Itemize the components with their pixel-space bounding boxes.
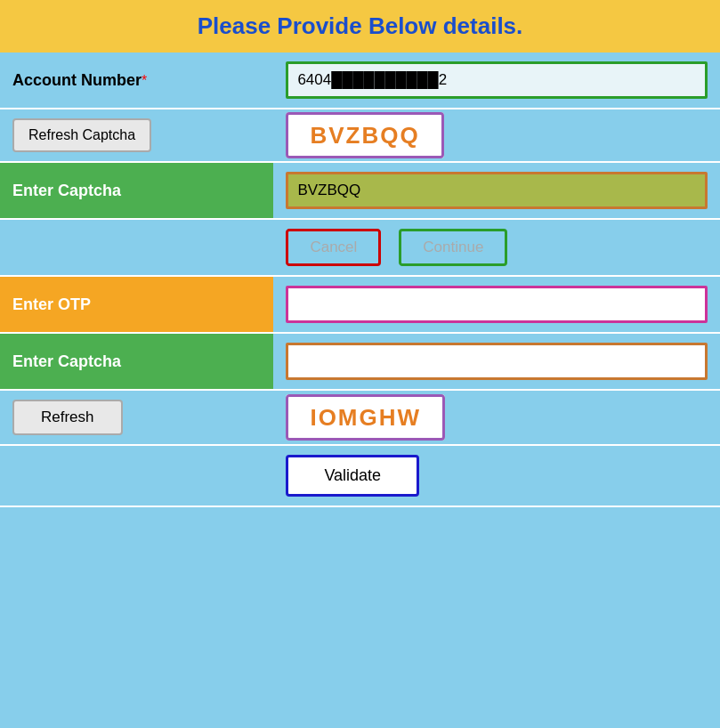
refresh-row: Refresh IOMGHW [0, 390, 720, 445]
refresh-captcha-cell: Refresh Captcha [0, 109, 273, 162]
required-indicator: * [142, 73, 147, 88]
enter-captcha-label-1: Enter Captcha [12, 182, 121, 199]
enter-captcha-label-cell-1: Enter Captcha [0, 162, 273, 219]
refresh-button[interactable]: Refresh [12, 400, 123, 435]
refresh-captcha-button[interactable]: Refresh Captcha [12, 118, 151, 152]
account-number-label-cell: Account Number* [0, 53, 273, 109]
form-header: Please Provide Below details. [0, 0, 720, 53]
captcha-display-1: BVZBQQ [286, 112, 443, 158]
enter-captcha-label-2: Enter Captcha [12, 352, 121, 370]
account-number-label: Account Number [12, 71, 142, 89]
enter-captcha-row-1: Enter Captcha [0, 162, 720, 219]
enter-otp-label: Enter OTP [12, 295, 91, 313]
account-number-input-cell [273, 53, 720, 109]
actions-row: Cancel Continue [0, 219, 720, 276]
captcha-display-cell-2: IOMGHW [273, 390, 720, 445]
captcha-input-2[interactable] [286, 343, 708, 380]
enter-captcha-row-2: Enter Captcha [0, 333, 720, 390]
action-buttons-container: Cancel Continue [286, 229, 708, 266]
validate-button-cell: Validate [273, 445, 720, 506]
main-container: Please Provide Below details. Account Nu… [0, 0, 720, 728]
actions-buttons-cell: Cancel Continue [273, 219, 720, 276]
otp-input-cell [273, 276, 720, 333]
captcha-input-cell-1 [273, 162, 720, 219]
enter-otp-label-cell: Enter OTP [0, 276, 273, 333]
captcha-refresh-row: Refresh Captcha BVZBQQ [0, 109, 720, 162]
continue-button[interactable]: Continue [399, 229, 507, 266]
validate-row: Validate [0, 445, 720, 506]
validate-button[interactable]: Validate [286, 455, 419, 497]
header-title: Please Provide Below details. [198, 12, 523, 39]
enter-captcha-label-cell-2: Enter Captcha [0, 333, 273, 390]
form-table: Account Number* Refresh Captcha BVZBQQ E… [0, 53, 720, 507]
captcha-display-cell: BVZBQQ [273, 109, 720, 162]
validate-label-cell [0, 445, 273, 506]
cancel-button[interactable]: Cancel [286, 229, 381, 266]
enter-otp-row: Enter OTP [0, 276, 720, 333]
account-number-input[interactable] [286, 61, 708, 99]
otp-input[interactable] [286, 286, 708, 323]
captcha-input-1[interactable] [286, 172, 708, 209]
actions-label-cell [0, 219, 273, 276]
refresh-label-cell: Refresh [0, 390, 273, 445]
captcha-input-cell-2 [273, 333, 720, 390]
account-number-row: Account Number* [0, 53, 720, 109]
captcha-display-2: IOMGHW [286, 394, 445, 441]
